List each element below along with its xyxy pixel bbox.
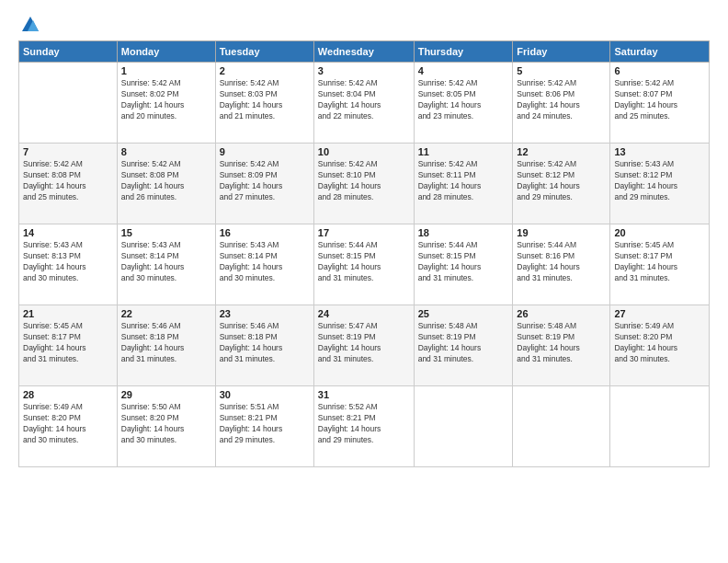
day-info: Sunrise: 5:45 AM Sunset: 8:17 PM Dayligh… — [23, 321, 113, 365]
day-number: 6 — [614, 65, 705, 76]
day-header-sunday: Sunday — [19, 41, 118, 63]
day-info: Sunrise: 5:42 AM Sunset: 8:04 PM Dayligh… — [318, 78, 410, 122]
calendar-body: 1Sunrise: 5:42 AM Sunset: 8:02 PM Daylig… — [19, 63, 710, 467]
calendar-cell: 31Sunrise: 5:52 AM Sunset: 8:21 PM Dayli… — [313, 386, 414, 467]
header — [18, 15, 710, 35]
day-header-wednesday: Wednesday — [313, 41, 414, 63]
day-info: Sunrise: 5:49 AM Sunset: 8:20 PM Dayligh… — [23, 402, 113, 446]
logo-icon — [20, 15, 40, 35]
day-info: Sunrise: 5:50 AM Sunset: 8:20 PM Dayligh… — [121, 402, 211, 446]
day-number: 1 — [121, 65, 211, 76]
day-number: 3 — [318, 65, 410, 76]
day-number: 15 — [121, 227, 211, 238]
calendar-cell: 14Sunrise: 5:43 AM Sunset: 8:13 PM Dayli… — [19, 224, 118, 305]
calendar-cell: 2Sunrise: 5:42 AM Sunset: 8:03 PM Daylig… — [215, 63, 313, 144]
week-row-3: 21Sunrise: 5:45 AM Sunset: 8:17 PM Dayli… — [19, 305, 710, 386]
calendar-cell — [610, 386, 710, 467]
calendar: SundayMondayTuesdayWednesdayThursdayFrid… — [18, 40, 710, 467]
calendar-cell: 25Sunrise: 5:48 AM Sunset: 8:19 PM Dayli… — [414, 305, 513, 386]
week-row-0: 1Sunrise: 5:42 AM Sunset: 8:02 PM Daylig… — [19, 63, 710, 144]
calendar-cell: 17Sunrise: 5:44 AM Sunset: 8:15 PM Dayli… — [313, 224, 414, 305]
day-header-tuesday: Tuesday — [215, 41, 313, 63]
day-info: Sunrise: 5:44 AM Sunset: 8:15 PM Dayligh… — [318, 240, 410, 284]
day-info: Sunrise: 5:43 AM Sunset: 8:12 PM Dayligh… — [614, 159, 705, 203]
day-info: Sunrise: 5:42 AM Sunset: 8:10 PM Dayligh… — [318, 159, 410, 203]
calendar-cell: 1Sunrise: 5:42 AM Sunset: 8:02 PM Daylig… — [117, 63, 215, 144]
day-info: Sunrise: 5:42 AM Sunset: 8:09 PM Dayligh… — [220, 159, 310, 203]
calendar-cell: 27Sunrise: 5:49 AM Sunset: 8:20 PM Dayli… — [610, 305, 710, 386]
day-info: Sunrise: 5:42 AM Sunset: 8:02 PM Dayligh… — [121, 78, 211, 122]
day-info: Sunrise: 5:42 AM Sunset: 8:12 PM Dayligh… — [517, 159, 606, 203]
day-number: 14 — [23, 227, 113, 238]
day-number: 2 — [220, 65, 310, 76]
day-header-thursday: Thursday — [414, 41, 513, 63]
calendar-cell: 20Sunrise: 5:45 AM Sunset: 8:17 PM Dayli… — [610, 224, 710, 305]
calendar-cell — [414, 386, 513, 467]
day-info: Sunrise: 5:43 AM Sunset: 8:14 PM Dayligh… — [121, 240, 211, 284]
calendar-cell: 7Sunrise: 5:42 AM Sunset: 8:08 PM Daylig… — [19, 144, 118, 224]
day-info: Sunrise: 5:42 AM Sunset: 8:08 PM Dayligh… — [23, 159, 113, 203]
day-number: 12 — [517, 146, 606, 157]
calendar-cell: 5Sunrise: 5:42 AM Sunset: 8:06 PM Daylig… — [513, 63, 610, 144]
day-info: Sunrise: 5:42 AM Sunset: 8:03 PM Dayligh… — [220, 78, 310, 122]
day-header-saturday: Saturday — [610, 41, 710, 63]
day-header-monday: Monday — [117, 41, 215, 63]
calendar-cell: 13Sunrise: 5:43 AM Sunset: 8:12 PM Dayli… — [610, 144, 710, 224]
day-info: Sunrise: 5:47 AM Sunset: 8:19 PM Dayligh… — [318, 321, 410, 365]
day-number: 5 — [517, 65, 606, 76]
calendar-cell: 23Sunrise: 5:46 AM Sunset: 8:18 PM Dayli… — [215, 305, 313, 386]
page: SundayMondayTuesdayWednesdayThursdayFrid… — [0, 0, 728, 563]
day-number: 17 — [318, 227, 410, 238]
day-info: Sunrise: 5:43 AM Sunset: 8:13 PM Dayligh… — [23, 240, 113, 284]
logo — [18, 15, 40, 35]
day-number: 23 — [220, 308, 310, 319]
day-info: Sunrise: 5:48 AM Sunset: 8:19 PM Dayligh… — [517, 321, 606, 365]
calendar-cell: 16Sunrise: 5:43 AM Sunset: 8:14 PM Dayli… — [215, 224, 313, 305]
day-number: 28 — [23, 389, 113, 400]
week-row-4: 28Sunrise: 5:49 AM Sunset: 8:20 PM Dayli… — [19, 386, 710, 467]
day-number: 4 — [418, 65, 509, 76]
calendar-cell: 11Sunrise: 5:42 AM Sunset: 8:11 PM Dayli… — [414, 144, 513, 224]
calendar-cell: 10Sunrise: 5:42 AM Sunset: 8:10 PM Dayli… — [313, 144, 414, 224]
day-number: 11 — [418, 146, 509, 157]
calendar-cell: 24Sunrise: 5:47 AM Sunset: 8:19 PM Dayli… — [313, 305, 414, 386]
calendar-cell: 3Sunrise: 5:42 AM Sunset: 8:04 PM Daylig… — [313, 63, 414, 144]
day-number: 20 — [614, 227, 705, 238]
day-info: Sunrise: 5:45 AM Sunset: 8:17 PM Dayligh… — [614, 240, 705, 284]
day-info: Sunrise: 5:52 AM Sunset: 8:21 PM Dayligh… — [318, 402, 410, 446]
calendar-cell: 22Sunrise: 5:46 AM Sunset: 8:18 PM Dayli… — [117, 305, 215, 386]
calendar-cell: 4Sunrise: 5:42 AM Sunset: 8:05 PM Daylig… — [414, 63, 513, 144]
day-info: Sunrise: 5:44 AM Sunset: 8:16 PM Dayligh… — [517, 240, 606, 284]
day-header-friday: Friday — [513, 41, 610, 63]
day-number: 10 — [318, 146, 410, 157]
day-info: Sunrise: 5:49 AM Sunset: 8:20 PM Dayligh… — [614, 321, 705, 365]
day-info: Sunrise: 5:43 AM Sunset: 8:14 PM Dayligh… — [220, 240, 310, 284]
day-info: Sunrise: 5:48 AM Sunset: 8:19 PM Dayligh… — [418, 321, 509, 365]
calendar-cell: 18Sunrise: 5:44 AM Sunset: 8:15 PM Dayli… — [414, 224, 513, 305]
day-number: 31 — [318, 389, 410, 400]
day-number: 30 — [220, 389, 310, 400]
day-number: 9 — [220, 146, 310, 157]
day-number: 8 — [121, 146, 211, 157]
day-info: Sunrise: 5:42 AM Sunset: 8:06 PM Dayligh… — [517, 78, 606, 122]
day-info: Sunrise: 5:42 AM Sunset: 8:08 PM Dayligh… — [121, 159, 211, 203]
calendar-cell: 30Sunrise: 5:51 AM Sunset: 8:21 PM Dayli… — [215, 386, 313, 467]
day-number: 13 — [614, 146, 705, 157]
day-info: Sunrise: 5:42 AM Sunset: 8:07 PM Dayligh… — [614, 78, 705, 122]
day-number: 27 — [614, 308, 705, 319]
calendar-cell: 29Sunrise: 5:50 AM Sunset: 8:20 PM Dayli… — [117, 386, 215, 467]
day-number: 22 — [121, 308, 211, 319]
day-number: 26 — [517, 308, 606, 319]
calendar-cell: 8Sunrise: 5:42 AM Sunset: 8:08 PM Daylig… — [117, 144, 215, 224]
day-number: 29 — [121, 389, 211, 400]
calendar-cell: 28Sunrise: 5:49 AM Sunset: 8:20 PM Dayli… — [19, 386, 118, 467]
calendar-cell: 15Sunrise: 5:43 AM Sunset: 8:14 PM Dayli… — [117, 224, 215, 305]
calendar-cell — [19, 63, 118, 144]
day-number: 7 — [23, 146, 113, 157]
day-info: Sunrise: 5:51 AM Sunset: 8:21 PM Dayligh… — [220, 402, 310, 446]
week-row-1: 7Sunrise: 5:42 AM Sunset: 8:08 PM Daylig… — [19, 144, 710, 224]
day-info: Sunrise: 5:44 AM Sunset: 8:15 PM Dayligh… — [418, 240, 509, 284]
day-info: Sunrise: 5:46 AM Sunset: 8:18 PM Dayligh… — [220, 321, 310, 365]
day-number: 25 — [418, 308, 509, 319]
day-info: Sunrise: 5:46 AM Sunset: 8:18 PM Dayligh… — [121, 321, 211, 365]
